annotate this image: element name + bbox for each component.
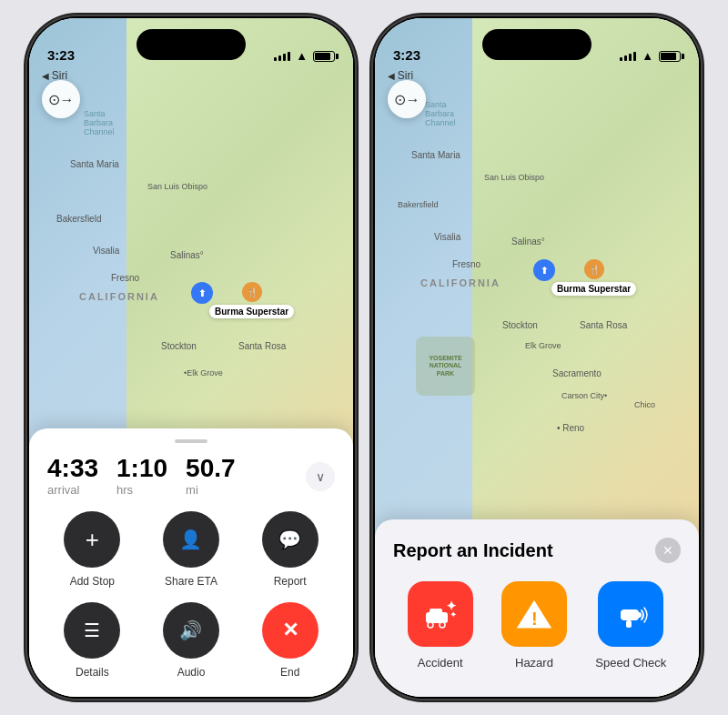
map-label-sacramento-r: Sacramento — [552, 368, 602, 378]
add-stop-button[interactable]: + Add Stop — [47, 511, 137, 588]
travel-hours: 1:10 hrs — [116, 456, 167, 497]
svg-rect-9 — [626, 620, 632, 628]
report-icon: 💬 — [278, 529, 301, 550]
report-label: Report — [274, 575, 307, 588]
left-phone: 3:23 ▲ Siri — [27, 16, 355, 699]
arrival-label: arrival — [47, 483, 98, 497]
map-label-santarosa-r: Santa Rosa — [580, 320, 627, 330]
report-icon-circle: 💬 — [262, 511, 318, 568]
details-icon: ☰ — [84, 619, 100, 641]
share-eta-icon-circle: 👤 — [163, 511, 219, 568]
map-label-sanluisobispo-r: San Luis Obispo — [484, 173, 544, 182]
map-label-visalia-r: Visalia — [434, 232, 460, 242]
end-icon: ✕ — [282, 619, 298, 642]
dynamic-island-right — [482, 29, 592, 60]
incident-close-button[interactable]: ✕ — [655, 538, 681, 563]
map-label-bakersfield-r: Bakersfield — [398, 200, 439, 209]
share-eta-button[interactable]: 👤 Share ETA — [147, 511, 237, 588]
wifi-icon: ▲ — [296, 49, 308, 63]
expand-button[interactable]: ∨ — [306, 462, 335, 491]
map-label-stockton-r: Stockton — [502, 320, 538, 330]
map-label-fresno-r: Fresno — [452, 259, 480, 269]
incident-panel: Report an Incident ✕ — [375, 519, 699, 697]
share-eta-label: Share ETA — [165, 575, 217, 588]
hazard-icon: ! — [514, 596, 554, 632]
speed-check-option[interactable]: Speed Check — [595, 581, 666, 670]
hazard-icon-circle: ! — [501, 581, 567, 647]
destination-pin: 🍴 Burma Superstar — [209, 282, 294, 318]
map-label-visalia: Visalia — [93, 246, 119, 256]
map-label-stockton: Stockton — [161, 341, 197, 351]
speed-check-icon-circle — [598, 581, 663, 647]
end-button[interactable]: ✕ End — [245, 602, 335, 679]
incident-title: Report an Incident — [393, 540, 553, 561]
map-label-santarosa: Santa Rosa — [238, 341, 286, 351]
share-eta-icon: 👤 — [179, 529, 202, 550]
add-stop-label: Add Stop — [70, 575, 115, 588]
status-icons-left: ▲ — [274, 49, 335, 63]
map-label-reno-r: • Reno — [557, 423, 584, 433]
status-icons-right: ▲ — [620, 49, 681, 63]
arrival-time: 4:33 arrival — [47, 456, 98, 497]
map-label-fresno: Fresno — [111, 273, 139, 283]
map-label-california: CALIFORNIA — [79, 291, 159, 302]
miles-label: mi — [186, 483, 236, 497]
back-arrow-icon-right: ⊙→ — [394, 91, 420, 108]
yosemite-marker: YOSEMITENATIONALPARK — [416, 337, 475, 396]
audio-button[interactable]: 🔊 Audio — [147, 602, 237, 679]
report-button[interactable]: 💬 Report — [245, 511, 335, 588]
map-label-bakersfield: Bakersfield — [56, 214, 101, 224]
audio-label: Audio — [177, 666, 206, 679]
end-icon-circle: ✕ — [262, 602, 318, 659]
svg-text:!: ! — [531, 609, 538, 629]
svg-point-2 — [428, 622, 433, 628]
hours-label: hrs — [116, 483, 167, 497]
destination-pin-right: 🍴 Burma Superstar — [551, 259, 636, 296]
nav-back-button-left[interactable]: ⊙→ — [42, 80, 80, 118]
map-label-santamaria-r: Santa Maria — [411, 150, 460, 160]
accident-option[interactable]: ✦ ✦ Accident — [408, 581, 473, 670]
incident-options: ✦ ✦ Accident ! Hazard — [393, 581, 681, 670]
end-label: End — [280, 666, 299, 679]
battery-icon-right — [659, 51, 681, 62]
speed-check-label: Speed Check — [595, 656, 666, 670]
map-label-salinas: Salinas° — [170, 250, 204, 260]
incident-header: Report an Incident ✕ — [393, 538, 681, 563]
chevron-down-icon: ∨ — [316, 469, 325, 484]
nav-back-button-right[interactable]: ⊙→ — [388, 80, 426, 118]
details-icon-circle: ☰ — [64, 602, 120, 659]
audio-icon-circle: 🔊 — [163, 602, 219, 659]
map-label-channel-r: SantaBarbaraChannel — [425, 100, 456, 127]
siri-label-right: Siri — [388, 69, 413, 82]
accident-label: Accident — [418, 656, 463, 670]
navigation-panel-left: 4:33 arrival 1:10 hrs 50.7 mi ∨ — [29, 428, 353, 697]
status-time-left: 3:23 — [47, 47, 75, 63]
miles-value: 50.7 — [186, 456, 236, 481]
action-grid: + Add Stop 👤 Share ETA 💬 Report — [29, 511, 353, 679]
back-arrow-icon: ⊙→ — [48, 91, 75, 108]
svg-point-10 — [636, 612, 642, 618]
panel-handle — [175, 439, 207, 443]
svg-rect-1 — [430, 609, 442, 615]
details-label: Details — [76, 666, 109, 679]
status-time-right: 3:23 — [393, 47, 420, 63]
svg-text:✦: ✦ — [450, 609, 457, 619]
map-label-chico-r: Chico — [634, 400, 655, 409]
audio-icon: 🔊 — [179, 619, 202, 641]
map-label-sanluisobispo: San Luis Obispo — [147, 182, 207, 191]
speed-check-icon — [612, 597, 650, 631]
accident-icon: ✦ ✦ — [422, 598, 459, 630]
svg-point-3 — [440, 622, 445, 628]
destination-label: Burma Superstar — [209, 305, 294, 318]
hazard-option[interactable]: ! Hazard — [501, 581, 567, 670]
plus-icon: + — [86, 526, 99, 554]
signal-icon-right — [620, 52, 636, 61]
hours-value: 1:10 — [116, 456, 167, 481]
wifi-icon-right: ▲ — [642, 49, 653, 63]
close-icon: ✕ — [662, 543, 673, 558]
details-button[interactable]: ☰ Details — [47, 602, 137, 679]
accident-icon-circle: ✦ ✦ — [408, 581, 473, 647]
battery-icon — [313, 51, 335, 62]
map-label-elkgrove-r: Elk Grove — [525, 341, 561, 350]
add-stop-icon-circle: + — [64, 511, 120, 568]
